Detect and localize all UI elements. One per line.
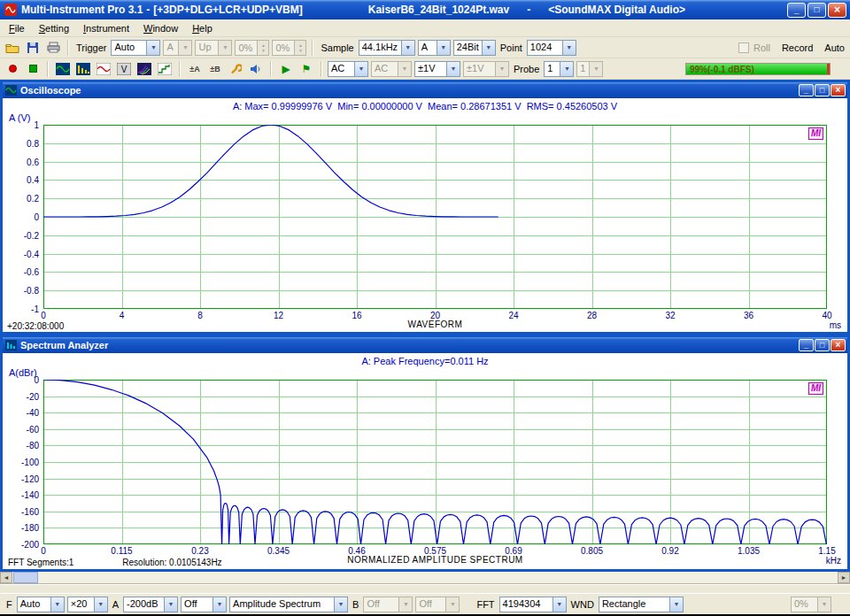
multimeter-icon[interactable]: V bbox=[115, 60, 133, 77]
fft-size-select[interactable]: 4194304▼ bbox=[499, 597, 567, 612]
settings-wrench-icon[interactable] bbox=[227, 60, 244, 77]
chevron-down-icon[interactable]: ▼ bbox=[562, 41, 576, 55]
run-button[interactable]: ▶ bbox=[277, 60, 295, 77]
b-option1-select[interactable]: Off▼ bbox=[363, 597, 413, 612]
chevron-down-icon[interactable]: ▼ bbox=[218, 41, 231, 55]
chevron-down-icon[interactable]: ▼ bbox=[354, 62, 367, 76]
oscilloscope-icon[interactable] bbox=[54, 60, 72, 77]
trigger-mode-select[interactable]: Auto▼ bbox=[111, 40, 160, 56]
chevron-down-icon[interactable]: ▼ bbox=[178, 41, 191, 55]
chevron-down-icon[interactable]: ▼ bbox=[334, 597, 347, 612]
sample-channel-select[interactable]: A▼ bbox=[418, 40, 451, 56]
menu-file[interactable]: File bbox=[2, 21, 32, 35]
auto-label[interactable]: Auto bbox=[823, 42, 846, 53]
chevron-down-icon[interactable]: ▼ bbox=[446, 62, 460, 76]
menu-instrument[interactable]: Instrument bbox=[76, 21, 136, 35]
spin-down-icon[interactable]: ▼ bbox=[295, 48, 305, 53]
save-button[interactable] bbox=[24, 39, 42, 56]
chevron-down-icon[interactable]: ▼ bbox=[482, 41, 495, 55]
chevron-down-icon[interactable]: ▼ bbox=[398, 597, 412, 612]
b-option2-select[interactable]: Off▼ bbox=[415, 597, 460, 612]
sound-device-icon[interactable] bbox=[247, 60, 265, 77]
close-button[interactable]: × bbox=[831, 339, 846, 351]
menu-help[interactable]: Help bbox=[185, 21, 220, 35]
trigger-delay-spinner[interactable]: 0% ▲▼ bbox=[272, 40, 306, 56]
minimize-button[interactable]: _ bbox=[799, 339, 814, 351]
display-mode-select[interactable]: Amplitude Spectrum▼ bbox=[229, 597, 348, 612]
range-a-select[interactable]: ±1V▼ bbox=[414, 61, 460, 77]
scroll-left-icon[interactable]: ◄ bbox=[0, 572, 12, 583]
scrollbar-track[interactable] bbox=[38, 572, 838, 583]
oscilloscope-title-bar[interactable]: Oscilloscope _ □ × bbox=[3, 82, 847, 98]
chevron-down-icon[interactable]: ▼ bbox=[817, 597, 831, 612]
mi-logo: MI bbox=[808, 382, 823, 395]
chevron-down-icon[interactable]: ▼ bbox=[437, 41, 450, 55]
hold-flag-button[interactable]: ⚑ bbox=[298, 60, 315, 77]
minimize-button[interactable]: _ bbox=[787, 3, 806, 18]
chevron-down-icon[interactable]: ▼ bbox=[560, 62, 573, 76]
probe-b-select[interactable]: 1▼ bbox=[576, 61, 603, 77]
scroll-right-icon[interactable]: ► bbox=[838, 572, 850, 583]
freq-axis-mode-select[interactable]: Auto▼ bbox=[17, 597, 65, 612]
print-button[interactable] bbox=[44, 39, 62, 56]
minimize-button[interactable]: _ bbox=[799, 84, 814, 96]
data-logger-icon[interactable] bbox=[156, 60, 174, 77]
close-button[interactable]: × bbox=[828, 3, 846, 18]
maximize-button[interactable]: □ bbox=[808, 3, 826, 18]
chevron-down-icon[interactable]: ▼ bbox=[495, 62, 508, 76]
chevron-down-icon[interactable]: ▼ bbox=[164, 597, 177, 612]
chevron-down-icon[interactable]: ▼ bbox=[552, 597, 566, 612]
y-range-select[interactable]: -200dB▼ bbox=[123, 597, 178, 612]
range-b-select[interactable]: ±1V▼ bbox=[463, 61, 509, 77]
chevron-down-icon[interactable]: ▼ bbox=[398, 62, 411, 76]
app-icon[interactable] bbox=[4, 3, 18, 17]
input-level-meter: 99%(-0.1 dBFS) bbox=[685, 63, 831, 75]
horizontal-scrollbar[interactable]: ◄ ► bbox=[0, 572, 850, 583]
chevron-down-icon[interactable]: ▼ bbox=[445, 597, 459, 612]
sample-rate-select[interactable]: 44.1kHz▼ bbox=[359, 40, 415, 56]
probe-a-select[interactable]: 1▼ bbox=[544, 61, 574, 77]
channel-a-toggle[interactable]: ±A bbox=[186, 60, 204, 77]
menu-setting[interactable]: Setting bbox=[32, 21, 76, 35]
scrollbar-thumb[interactable] bbox=[13, 572, 38, 583]
chevron-down-icon[interactable]: ▼ bbox=[401, 41, 414, 55]
chevron-down-icon[interactable]: ▼ bbox=[669, 597, 683, 612]
coupling-a-select[interactable]: AC▼ bbox=[328, 61, 368, 77]
chevron-down-icon[interactable]: ▼ bbox=[212, 597, 226, 612]
bit-depth-select[interactable]: 24Bit▼ bbox=[453, 40, 496, 56]
a-option-select[interactable]: Off▼ bbox=[181, 597, 227, 612]
point-count-select[interactable]: 1024▼ bbox=[527, 40, 576, 56]
coupling-b-select[interactable]: AC▼ bbox=[371, 61, 412, 77]
channel-b-toggle[interactable]: ±B bbox=[206, 60, 224, 77]
waveform-x-tick: 8 bbox=[197, 311, 203, 320]
x-zoom-select[interactable]: ×20▼ bbox=[67, 597, 108, 612]
chevron-down-icon[interactable]: ▼ bbox=[94, 597, 107, 612]
spin-down-icon[interactable]: ▼ bbox=[258, 48, 268, 53]
close-button[interactable]: × bbox=[831, 84, 846, 96]
spectrum-y-tick: -80 bbox=[27, 441, 39, 450]
roll-checkbox[interactable] bbox=[738, 42, 749, 53]
chevron-down-icon[interactable]: ▼ bbox=[50, 597, 64, 612]
trigger-source-select[interactable]: A▼ bbox=[163, 40, 192, 56]
waveform-x-tick: 12 bbox=[274, 311, 283, 320]
open-file-button[interactable] bbox=[4, 39, 21, 56]
waveform-x-tick: 28 bbox=[587, 311, 597, 320]
chevron-down-icon[interactable]: ▼ bbox=[146, 41, 159, 55]
spectrum-analyzer-icon[interactable] bbox=[74, 60, 92, 77]
maximize-button[interactable]: □ bbox=[815, 339, 830, 351]
record-label[interactable]: Record bbox=[780, 42, 815, 53]
open-file-name: KaiserB6_24Bit_1024Pt.wav bbox=[368, 4, 509, 16]
menu-window[interactable]: Window bbox=[136, 21, 185, 35]
record-button[interactable] bbox=[4, 60, 21, 77]
spectrum-3d-plot-icon[interactable] bbox=[135, 60, 153, 77]
chevron-down-icon[interactable]: ▼ bbox=[589, 62, 602, 76]
overlap-select[interactable]: 0%▼ bbox=[791, 597, 831, 612]
spectrum-analyzer-title-bar[interactable]: Spectrum Analyzer _ □ × bbox=[3, 337, 847, 353]
signal-generator-icon[interactable] bbox=[95, 60, 112, 77]
f-label: F bbox=[4, 599, 14, 610]
window-function-select[interactable]: Rectangle▼ bbox=[599, 597, 684, 612]
maximize-button[interactable]: □ bbox=[815, 84, 830, 96]
trigger-edge-select[interactable]: Up▼ bbox=[195, 40, 232, 56]
stop-button[interactable] bbox=[24, 60, 42, 77]
trigger-level-spinner[interactable]: 0% ▲▼ bbox=[235, 40, 269, 56]
